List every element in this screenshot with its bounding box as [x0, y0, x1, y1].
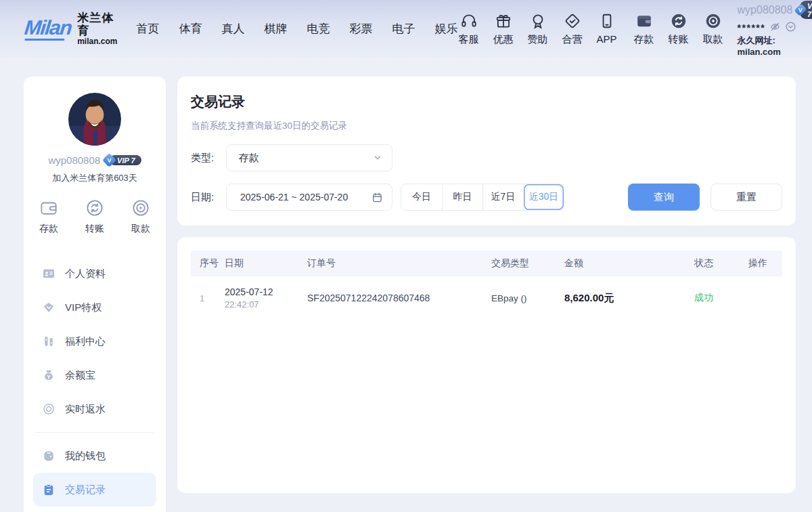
sidebar-item-profile[interactable]: 个人资料	[33, 257, 156, 291]
customer-service-button[interactable]: 客服	[458, 12, 480, 46]
date-range-input[interactable]: 2025-06-21 ~ 2025-07-20	[226, 184, 392, 211]
transfer-button[interactable]: 转账	[668, 12, 690, 46]
sidebar-item-rebate[interactable]: 实时返水	[33, 392, 156, 426]
sponsorship-button[interactable]: 赞助	[527, 12, 549, 46]
main-column: 交易记录 当前系统支持查询最近30日的交易记录 类型: 存款 日期: 2025-…	[177, 77, 796, 493]
row-time: 22:42:07	[225, 299, 307, 310]
withdraw-outline-icon	[131, 198, 151, 218]
promotions-button[interactable]: 优惠	[493, 12, 514, 46]
range-7days-button[interactable]: 近7日	[482, 184, 523, 210]
phone-icon	[598, 12, 616, 30]
range-today-button[interactable]: 今日	[401, 184, 442, 210]
calendar-icon	[371, 192, 383, 203]
page-title: 交易记录	[191, 93, 782, 111]
col-index: 序号	[191, 257, 225, 270]
sidebar-item-label: 福利中心	[65, 335, 106, 348]
nav-item-live[interactable]: 真人	[222, 21, 245, 37]
user-info-block: wyp080808 VIP 7 ****** 永久网址: milan.com	[738, 1, 812, 57]
quick-action-label: 存款	[39, 223, 58, 235]
nav-item-slots[interactable]: 电子	[392, 21, 415, 37]
sidebar-item-wallet[interactable]: 我的钱包	[33, 439, 156, 473]
affiliate-button[interactable]: 合营	[562, 12, 583, 46]
deposit-quick-action[interactable]: 存款	[39, 198, 59, 235]
quick-label: 赞助	[528, 33, 548, 46]
nav-item-sports[interactable]: 体育	[179, 21, 202, 37]
col-type: 交易类型	[491, 257, 564, 270]
permanent-url-text: 永久网址: milan.com	[738, 35, 812, 57]
id-card-icon	[42, 267, 55, 280]
quick-label: 客服	[459, 33, 479, 46]
benefits-icon	[42, 335, 55, 348]
sidebar-item-transactions[interactable]: 交易记录	[33, 473, 156, 507]
table-row: 1 2025-07-12 22:42:07 SF2025071222420786…	[191, 276, 782, 318]
row-date: 2025-07-12	[225, 286, 307, 297]
money-bag-icon	[42, 368, 55, 382]
type-filter-row: 类型: 存款	[191, 144, 782, 171]
row-datetime: 2025-07-12 22:42:07	[225, 286, 307, 310]
quick-label: 优惠	[493, 33, 514, 46]
gift-icon	[495, 12, 512, 30]
type-select[interactable]: 存款	[226, 144, 392, 171]
table-header-row: 序号 日期 订单号 交易类型 金额 状态 操作	[191, 251, 782, 276]
nav-item-entertainment[interactable]: 娱乐	[435, 21, 458, 37]
col-actions: 操作	[748, 257, 782, 270]
headset-icon	[460, 12, 478, 30]
sidebar-item-label: VIP特权	[65, 301, 102, 314]
col-order-no: 订单号	[307, 257, 491, 270]
balance-masked: ******	[738, 21, 766, 33]
sidebar-item-label: 交易记录	[65, 484, 106, 496]
filter-card: 交易记录 当前系统支持查询最近30日的交易记录 类型: 存款 日期: 2025-…	[177, 77, 796, 226]
date-filter-row: 日期: 2025-06-21 ~ 2025-07-20 今日 昨日 近7日 近3…	[191, 184, 782, 211]
sidebar-avatar[interactable]	[68, 93, 121, 146]
reset-button[interactable]: 重置	[710, 184, 782, 211]
range-yesterday-button[interactable]: 昨日	[442, 184, 482, 210]
quick-label: 合营	[562, 33, 583, 46]
sidebar-item-label: 余额宝	[65, 369, 95, 382]
vip-badge: VIP 7	[796, 1, 812, 19]
vip-badge: VIP 7	[104, 155, 141, 165]
nav-item-cards[interactable]: 棋牌	[265, 21, 288, 37]
row-type: EBpay ()	[491, 293, 564, 303]
transactions-table-card: 序号 日期 订单号 交易类型 金额 状态 操作 1 2025-07-12 22:…	[177, 237, 796, 493]
sidebar-item-label: 我的钱包	[65, 450, 106, 463]
row-status: 成功	[694, 292, 748, 304]
sidebar-item-label: 个人资料	[65, 268, 106, 280]
transfer-quick-action[interactable]: 转账	[85, 198, 105, 235]
page-content: wyp080808 VIP 7 加入米兰体育第603天 存款	[0, 58, 812, 493]
my-wallet-icon	[42, 449, 55, 463]
row-amount: 8,620.00元	[564, 292, 694, 305]
deposit-button[interactable]: 存款	[633, 12, 655, 46]
quick-label: 取款	[703, 33, 723, 46]
sidebar-item-vip[interactable]: VIP特权	[33, 291, 156, 324]
col-status: 状态	[694, 257, 748, 270]
handshake-icon	[564, 12, 581, 30]
withdraw-quick-action[interactable]: 取款	[131, 198, 151, 235]
nav-item-lottery[interactable]: 彩票	[350, 21, 373, 37]
brand-logo[interactable]: Milan 米兰体育 milan.com	[24, 12, 118, 47]
chevron-circle-icon[interactable]	[785, 21, 796, 33]
sidebar-item-benefits[interactable]: 福利中心	[33, 324, 156, 358]
sidebar-quick-actions: 存款 转账 取款	[33, 198, 156, 235]
app-download-button[interactable]: APP	[596, 12, 618, 45]
nav-item-esports[interactable]: 电竞	[307, 21, 330, 37]
username-row[interactable]: wyp080808 VIP 7	[738, 1, 812, 19]
quick-range-group: 今日 昨日 近7日 近30日	[401, 184, 564, 211]
top-header: Milan 米兰体育 milan.com 首页 体育 真人 棋牌 电竞 彩票 电…	[0, 0, 812, 58]
quick-label: 存款	[634, 33, 654, 46]
logo-script-text: Milan	[23, 18, 72, 41]
withdraw-dark-icon	[704, 12, 722, 30]
logo-brand-cn: 米兰体育	[77, 12, 117, 37]
eye-off-icon[interactable]	[769, 21, 781, 33]
range-30days-button[interactable]: 近30日	[523, 184, 564, 210]
search-button[interactable]: 查询	[628, 184, 700, 211]
row-order-no: SF202507122242078607468	[307, 293, 491, 303]
joined-days-text: 加入米兰体育第603天	[33, 172, 156, 184]
withdraw-button[interactable]: 取款	[702, 12, 724, 46]
nav-item-home[interactable]: 首页	[137, 21, 160, 37]
header-quick-icons: 客服 优惠 赞助 合营	[458, 12, 724, 46]
row-index: 1	[191, 293, 225, 303]
sidebar-item-yuebao[interactable]: 余额宝	[33, 358, 156, 392]
transfer-dark-icon	[670, 12, 687, 30]
col-amount: 金额	[564, 257, 694, 270]
page-subtitle: 当前系统支持查询最近30日的交易记录	[191, 120, 782, 132]
